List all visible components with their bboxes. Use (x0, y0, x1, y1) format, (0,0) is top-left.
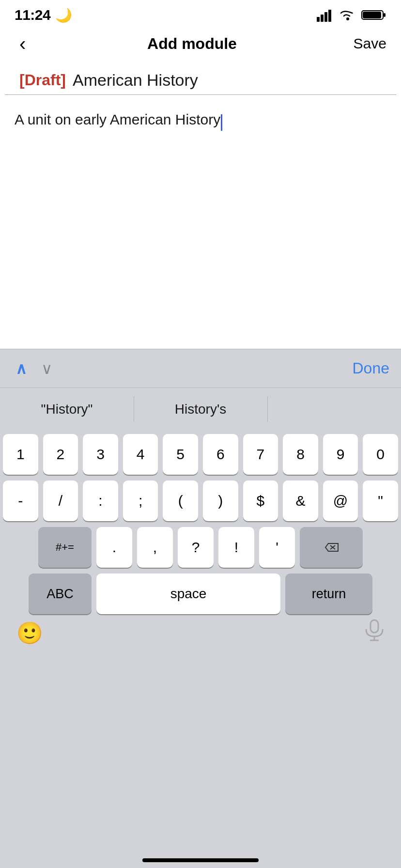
key-7[interactable]: 7 (243, 434, 278, 475)
predictive-item-1[interactable]: "History" (0, 388, 134, 430)
save-button[interactable]: Save (354, 35, 386, 52)
key-quote[interactable]: " (363, 480, 398, 521)
key-4[interactable]: 4 (123, 434, 158, 475)
cursor-down-button[interactable]: ∨ (37, 358, 56, 379)
status-icons (317, 8, 386, 22)
key-hashtag[interactable]: #+= (38, 527, 92, 568)
nav-bar: ‹ Add module Save (0, 26, 401, 61)
key-3[interactable]: 3 (83, 434, 118, 475)
predictive-item-3[interactable] (267, 388, 401, 430)
key-apostrophe[interactable]: ' (259, 527, 295, 568)
done-button[interactable]: Done (353, 359, 390, 377)
moon-icon: 🌙 (55, 7, 72, 23)
svg-rect-1 (321, 15, 324, 22)
key-colon[interactable]: : (83, 480, 118, 521)
status-time: 11:24 (15, 7, 50, 23)
key-semicolon[interactable]: ; (123, 480, 158, 521)
key-comma[interactable]: , (137, 527, 173, 568)
keyboard: 1 2 3 4 5 6 7 8 9 0 - / : ; ( ) $ & @ " … (0, 430, 401, 868)
key-period[interactable]: . (96, 527, 132, 568)
key-ampersand[interactable]: & (283, 480, 318, 521)
symbol-row-2: #+= . , ? ! ' (3, 523, 398, 570)
key-question[interactable]: ? (178, 527, 214, 568)
key-2[interactable]: 2 (43, 434, 78, 475)
bottom-row: ABC space return (3, 570, 398, 616)
keyboard-bottom: 🙂 (3, 616, 398, 655)
key-8[interactable]: 8 (283, 434, 318, 475)
key-at[interactable]: @ (323, 480, 358, 521)
predictive-item-2[interactable]: History's (134, 388, 267, 430)
microphone-button[interactable] (364, 619, 385, 647)
wifi-icon (339, 8, 356, 22)
text-cursor (221, 114, 222, 131)
key-dash[interactable]: - (3, 480, 38, 521)
delete-key[interactable] (300, 527, 363, 568)
svg-rect-6 (384, 13, 386, 17)
key-6[interactable]: 6 (203, 434, 238, 475)
key-close-paren[interactable]: ) (203, 480, 238, 521)
cursor-up-button[interactable]: ∧ (12, 358, 31, 379)
description-text: A unit on early American History (15, 111, 220, 127)
title-input[interactable] (73, 71, 382, 90)
return-key[interactable]: return (285, 574, 372, 614)
svg-rect-30 (370, 620, 378, 633)
emoji-button[interactable]: 🙂 (16, 620, 43, 646)
abc-key[interactable]: ABC (29, 574, 92, 614)
keyboard-accessory: ∧ ∨ Done (0, 349, 401, 388)
predictive-bar: "History" History's (0, 388, 401, 430)
key-1[interactable]: 1 (3, 434, 38, 475)
svg-rect-2 (324, 12, 327, 22)
key-slash[interactable]: / (43, 480, 78, 521)
svg-point-4 (346, 17, 349, 20)
signal-icon (317, 8, 334, 22)
home-indicator (142, 858, 259, 862)
key-0[interactable]: 0 (363, 434, 398, 475)
description-area[interactable]: A unit on early American History (0, 95, 401, 202)
back-button[interactable]: ‹ (15, 31, 31, 57)
svg-rect-0 (317, 17, 320, 22)
title-row: [Draft] (5, 61, 396, 95)
svg-rect-3 (328, 10, 331, 22)
draft-label: [Draft] (19, 71, 66, 89)
accessory-arrows: ∧ ∨ (12, 358, 56, 379)
key-9[interactable]: 9 (323, 434, 358, 475)
key-5[interactable]: 5 (163, 434, 198, 475)
key-open-paren[interactable]: ( (163, 480, 198, 521)
symbol-row-1: - / : ; ( ) $ & @ " (3, 477, 398, 523)
key-exclamation[interactable]: ! (218, 527, 254, 568)
battery-icon (361, 9, 386, 21)
key-dollar[interactable]: $ (243, 480, 278, 521)
number-row: 1 2 3 4 5 6 7 8 9 0 (3, 430, 398, 477)
status-bar: 11:24 🌙 (0, 0, 401, 26)
svg-rect-7 (363, 12, 381, 18)
space-key[interactable]: space (96, 574, 280, 614)
page-title: Add module (147, 35, 237, 53)
